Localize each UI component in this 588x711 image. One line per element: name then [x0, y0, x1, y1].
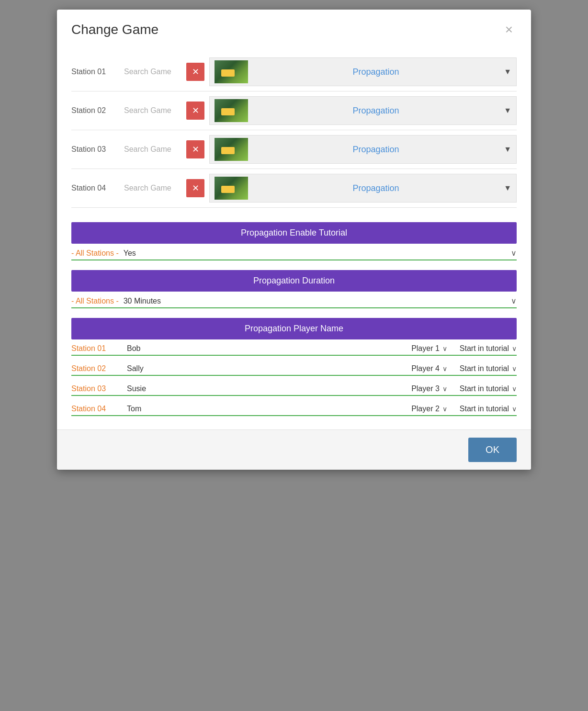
modal-footer: OK [57, 429, 531, 470]
station-label: Station 04 [71, 184, 119, 192]
tutorial-mode-value: Start in tutorial [460, 384, 509, 393]
clear-button[interactable]: ✕ [186, 63, 204, 81]
player-name: Tom [127, 405, 404, 413]
player-selector[interactable]: Player 3 ∨ [411, 384, 447, 393]
game-dropdown[interactable]: Propagation ▼ [209, 57, 517, 86]
tutorial-value: Yes [124, 249, 506, 258]
settings-area: Propagation Enable Tutorial - All Statio… [57, 217, 531, 429]
game-thumbnail [215, 60, 248, 83]
player-name-section-header: Propagation Player Name [71, 318, 517, 339]
player-row: Station 04 Tom Player 2 ∨ Start in tutor… [71, 400, 517, 416]
all-stations-label: - All Stations - [71, 297, 119, 305]
player-value: Player 3 [411, 384, 440, 393]
duration-section-header: Propagation Duration [71, 270, 517, 292]
game-thumbnail [215, 177, 248, 200]
tutorial-mode-selector[interactable]: Start in tutorial ∨ [460, 344, 517, 353]
player-row: Station 02 Sally Player 4 ∨ Start in tut… [71, 360, 517, 376]
chevron-down-icon: ∨ [442, 345, 447, 352]
game-name: Propagation [253, 106, 499, 116]
station-label: Station 01 [71, 68, 119, 76]
player-station-label: Station 02 [71, 364, 119, 373]
player-value: Player 1 [411, 344, 440, 353]
clear-button[interactable]: ✕ [186, 102, 204, 120]
player-name: Bob [127, 344, 404, 353]
player-selector[interactable]: Player 4 ∨ [411, 364, 447, 373]
player-name-section: Propagation Player Name Station 01 Bob P… [71, 318, 517, 416]
player-row: Station 03 Susie Player 3 ∨ Start in tut… [71, 380, 517, 396]
ok-button[interactable]: OK [468, 438, 517, 462]
player-selector[interactable]: Player 1 ∨ [411, 344, 447, 353]
chevron-down-icon: ▼ [504, 145, 511, 154]
close-button[interactable]: × [501, 21, 517, 38]
player-value: Player 4 [411, 364, 440, 373]
chevron-down-icon: ∨ [512, 345, 517, 352]
stations-section: Station 01 Search Game ✕ Propagation ▼ S… [57, 48, 531, 217]
chevron-down-icon: ∨ [512, 405, 517, 413]
search-game-input[interactable]: Search Game [124, 145, 181, 154]
chevron-down-icon: ▼ [504, 184, 511, 192]
game-name: Propagation [253, 145, 499, 155]
game-dropdown[interactable]: Propagation ▼ [209, 174, 517, 203]
table-row: Station 02 Search Game ✕ Propagation ▼ [71, 91, 517, 130]
tutorial-dropdown-row[interactable]: - All Stations - Yes ∨ [71, 244, 517, 260]
player-station-label: Station 04 [71, 405, 119, 413]
game-name: Propagation [253, 67, 499, 77]
modal-header: Change Game × [57, 10, 531, 48]
search-game-input[interactable]: Search Game [124, 184, 181, 192]
player-row: Station 01 Bob Player 1 ∨ Start in tutor… [71, 339, 517, 356]
tutorial-mode-value: Start in tutorial [460, 364, 509, 373]
chevron-down-icon: ∨ [512, 365, 517, 372]
tutorial-mode-value: Start in tutorial [460, 405, 509, 413]
search-game-input[interactable]: Search Game [124, 106, 181, 115]
player-station-label: Station 03 [71, 384, 119, 393]
clear-button[interactable]: ✕ [186, 179, 204, 197]
station-label: Station 03 [71, 145, 119, 154]
modal-title: Change Game [71, 22, 158, 37]
tutorial-mode-selector[interactable]: Start in tutorial ∨ [460, 405, 517, 413]
player-value: Player 2 [411, 405, 440, 413]
chevron-down-icon: ▼ [504, 106, 511, 115]
tutorial-mode-selector[interactable]: Start in tutorial ∨ [460, 384, 517, 393]
tutorial-mode-selector[interactable]: Start in tutorial ∨ [460, 364, 517, 373]
chevron-down-icon: ∨ [442, 385, 447, 393]
tutorial-mode-value: Start in tutorial [460, 344, 509, 353]
chevron-down-icon: ∨ [442, 405, 447, 413]
all-stations-label: - All Stations - [71, 249, 119, 258]
chevron-down-icon: ▼ [504, 68, 511, 76]
clear-button[interactable]: ✕ [186, 140, 204, 158]
player-selector[interactable]: Player 2 ∨ [411, 405, 447, 413]
game-dropdown[interactable]: Propagation ▼ [209, 135, 517, 164]
chevron-down-icon: ∨ [442, 365, 447, 372]
player-station-label: Station 01 [71, 344, 119, 353]
table-row: Station 04 Search Game ✕ Propagation ▼ [71, 169, 517, 208]
chevron-down-icon: ∨ [511, 296, 517, 305]
search-game-input[interactable]: Search Game [124, 68, 181, 76]
duration-value: 30 Minutes [124, 297, 506, 305]
chevron-down-icon: ∨ [511, 248, 517, 258]
game-name: Propagation [253, 183, 499, 193]
player-name: Sally [127, 364, 404, 373]
game-thumbnail [215, 99, 248, 122]
duration-dropdown-row[interactable]: - All Stations - 30 Minutes ∨ [71, 292, 517, 308]
chevron-down-icon: ∨ [512, 385, 517, 393]
tutorial-section-header: Propagation Enable Tutorial [71, 222, 517, 244]
table-row: Station 03 Search Game ✕ Propagation ▼ [71, 130, 517, 169]
player-name: Susie [127, 384, 404, 393]
game-dropdown[interactable]: Propagation ▼ [209, 96, 517, 125]
station-label: Station 02 [71, 106, 119, 115]
change-game-modal: Change Game × Station 01 Search Game ✕ P… [57, 10, 531, 470]
game-thumbnail [215, 138, 248, 161]
table-row: Station 01 Search Game ✕ Propagation ▼ [71, 53, 517, 91]
